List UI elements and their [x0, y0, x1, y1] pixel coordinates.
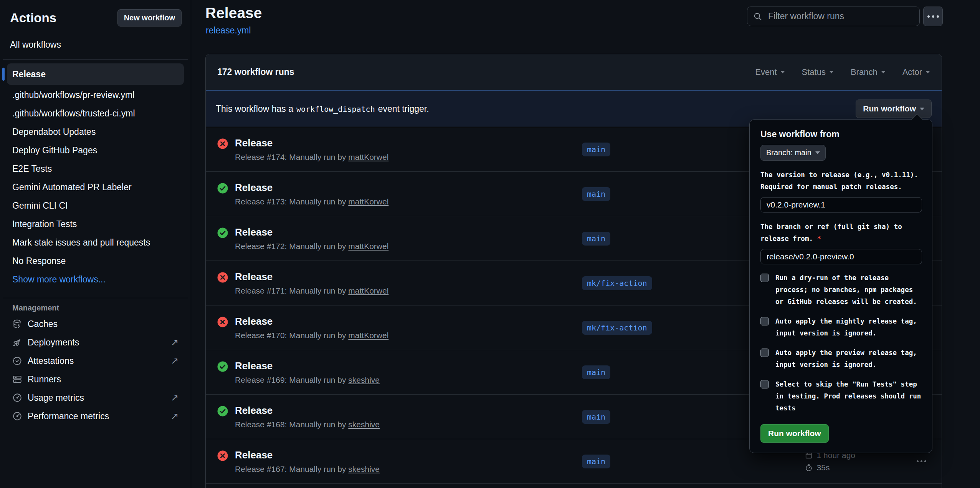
sidebar-workflow-item[interactable]: Gemini Automated PR Labeler [7, 178, 184, 196]
sidebar-workflow-item[interactable]: Dependabot Updates [7, 123, 184, 141]
branch-select-button[interactable]: Branch: main [760, 145, 826, 161]
run-title[interactable]: Release [235, 405, 380, 417]
sidebar-workflow-item[interactable]: Gemini CLI CI [7, 196, 184, 215]
dispatch-field-label-text: The branch or ref (full git sha) to rele… [760, 223, 902, 242]
sidebar-workflow-item-label: .github/workflows/pr-review.yml [12, 90, 134, 100]
run-title[interactable]: Release [235, 182, 388, 194]
sidebar-workflow-item[interactable]: No Response [7, 252, 184, 270]
runs-filter-actor[interactable]: Actor [902, 67, 930, 77]
verified-icon [12, 356, 22, 366]
branch-badge[interactable]: main [582, 232, 610, 246]
run-actor-link[interactable]: mattKorwel [348, 242, 388, 251]
branch-badge[interactable]: main [582, 455, 610, 468]
sidebar-workflow-item[interactable]: .github/workflows/pr-review.yml [7, 86, 184, 104]
all-workflows-link[interactable]: All workflows [10, 40, 181, 50]
dispatch-checkbox-row: Auto apply the preview release tag, inpu… [760, 347, 921, 371]
sidebar-workflow-item[interactable]: Deploy GitHub Pages [7, 141, 184, 159]
sidebar-management-item[interactable]: Deployments ↗ [7, 333, 184, 352]
run-title[interactable]: Release [235, 315, 388, 327]
dispatch-field: The version to release (e.g., v0.1.11). … [760, 169, 921, 212]
run-title[interactable]: Release [235, 226, 388, 238]
run-actor-link[interactable]: mattKorwel [348, 197, 388, 206]
filter-workflow-runs-input[interactable] [767, 11, 914, 22]
sidebar-management-item[interactable]: Caches [7, 315, 184, 333]
run-description: Release #174: Manually run by mattKorwel [235, 153, 388, 162]
run-description: Release #167: Manually run by skeshive [235, 465, 380, 474]
runs-header: 172 workflow runs Event Status Branch Ac… [206, 54, 942, 90]
sidebar-workflow-item[interactable]: .github/workflows/trusted-ci.yml [7, 104, 184, 123]
branch-select-label: Branch: main [766, 148, 811, 157]
run-actor-link[interactable]: mattKorwel [348, 153, 388, 161]
run-description: Release #172: Manually run by mattKorwel [235, 242, 388, 251]
run-workflow-submit-button[interactable]: Run workflow [760, 424, 829, 443]
sidebar-management-item[interactable]: Performance metrics ↗ [7, 407, 184, 425]
checkbox[interactable] [760, 349, 769, 357]
runs-filter-branch[interactable]: Branch [851, 67, 886, 77]
run-title[interactable]: Release [235, 271, 388, 283]
sidebar-management-item[interactable]: Attestations ↗ [7, 352, 184, 370]
external-link-arrow-icon: ↗ [171, 411, 178, 422]
sidebar-workflow-item[interactable]: Show more workflows... [7, 270, 184, 289]
runs-filters: Event Status Branch Actor [755, 67, 930, 77]
chevron-down-icon [815, 151, 820, 154]
failure-status-icon [217, 450, 228, 461]
dispatch-field-input[interactable] [760, 249, 922, 264]
run-description: Release #170: Manually run by mattKorwel [235, 331, 388, 340]
sidebar-management-item[interactable]: Usage metrics ↗ [7, 388, 184, 407]
kebab-icon [927, 15, 939, 18]
sidebar-workflow-item[interactable]: Release [7, 63, 184, 85]
chevron-down-icon [920, 108, 924, 110]
dispatch-field: The branch or ref (full git sha) to rele… [760, 221, 921, 264]
run-title[interactable]: Release [235, 137, 388, 149]
search-icon [753, 12, 763, 22]
checkbox[interactable] [760, 317, 769, 325]
run-options-kebab-button[interactable] [913, 456, 930, 466]
checkbox-label: Auto apply the preview release tag, inpu… [775, 347, 921, 371]
runs-count: 172 workflow runs [217, 67, 294, 77]
branch-badge[interactable]: mk/fix-action [582, 276, 652, 290]
runs-filter-status[interactable]: Status [802, 67, 834, 77]
chevron-down-icon [829, 71, 834, 73]
sidebar-workflow-item[interactable]: Mark stale issues and pull requests [7, 233, 184, 252]
dispatch-field-label: The branch or ref (full git sha) to rele… [760, 221, 919, 245]
sidebar-workflow-item[interactable]: Integration Tests [7, 215, 184, 233]
checkbox[interactable] [760, 274, 769, 282]
dispatch-panel-heading: Use workflow from [760, 129, 921, 139]
branch-badge[interactable]: mk/fix-action [582, 321, 652, 335]
new-workflow-button[interactable]: New workflow [117, 9, 182, 27]
runs-filter-label: Event [755, 67, 777, 77]
branch-badge[interactable]: main [582, 410, 610, 424]
runs-filter-label: Actor [902, 67, 922, 77]
run-actor-link[interactable]: skeshive [348, 420, 380, 429]
runs-filter-event[interactable]: Event [755, 67, 785, 77]
branch-badge[interactable]: main [582, 365, 610, 379]
banner-text-after: event trigger. [378, 104, 429, 114]
branch-badge[interactable]: main [582, 143, 610, 156]
sidebar-management-item[interactable]: Runners [7, 370, 184, 388]
run-actor-link[interactable]: mattKorwel [348, 331, 388, 340]
workflow-options-kebab-button[interactable] [923, 7, 943, 26]
dispatch-checkbox-row: Select to skip the "Run Tests" step in t… [760, 378, 921, 414]
external-link-arrow-icon: ↗ [171, 337, 178, 348]
required-asterisk: * [813, 235, 821, 242]
workflow-file-link[interactable]: release.yml [206, 25, 251, 36]
runs-filter-label: Status [802, 67, 826, 77]
run-actor-link[interactable]: mattKorwel [348, 286, 388, 295]
checkbox[interactable] [760, 380, 769, 388]
meter-icon [12, 411, 22, 421]
dispatch-checkbox-row: Run a dry-run of the release process; no… [760, 272, 921, 308]
run-workflow-dispatch-panel: Use workflow from Branch: main The versi… [749, 120, 932, 453]
dispatch-field-input[interactable] [760, 197, 922, 212]
sidebar-management-item-label: Caches [28, 319, 58, 329]
run-actor-link[interactable]: skeshive [348, 375, 380, 384]
run-description-text: Release #173: Manually run by [235, 197, 348, 206]
run-title[interactable]: Release [235, 360, 380, 372]
banner-code: workflow_dispatch [296, 105, 375, 114]
run-title[interactable]: Release [235, 449, 380, 461]
run-actor-link[interactable]: skeshive [348, 465, 380, 473]
failure-status-icon [217, 272, 228, 283]
management-list: Caches Deployments ↗ Attestations ↗ Runn… [0, 315, 191, 425]
run-description: Release #173: Manually run by mattKorwel [235, 197, 388, 206]
sidebar-workflow-item[interactable]: E2E Tests [7, 159, 184, 178]
branch-badge[interactable]: main [582, 187, 610, 201]
